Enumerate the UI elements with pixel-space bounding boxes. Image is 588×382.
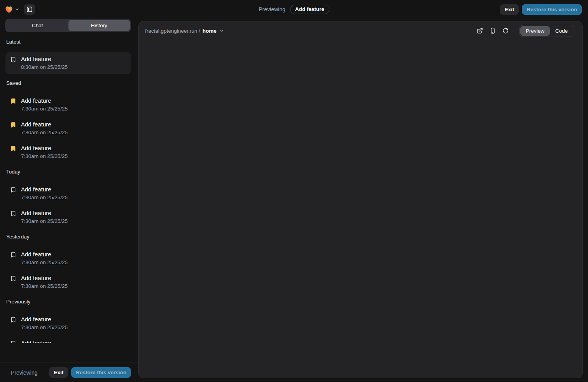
history-item-title: Add feature (21, 316, 68, 323)
history-item-time: 8:30am on 25/25/25 (21, 64, 68, 70)
external-link-icon (477, 28, 483, 34)
history-item-time: 7:30am on 25/25/25 (21, 195, 68, 201)
rotate-cw-icon (502, 28, 509, 34)
history-item[interactable]: Add feature 7:30am on 25/25/25 (5, 186, 131, 201)
history-item-title: Add feature (21, 186, 68, 193)
tab-history[interactable]: History (68, 20, 130, 31)
section-previously: Previously Add feature 7:30am on 25/25/2… (5, 298, 131, 343)
url-selector[interactable]: fractal.gptengineer.run / home (145, 28, 224, 34)
history-item-title: Add feature (21, 340, 68, 343)
section-title: Today (5, 168, 131, 175)
history-item-title: Add feature (21, 121, 68, 128)
bookmark-icon[interactable] (10, 275, 16, 282)
history-sidebar: Chat History Latest Add feature 8:30am o… (0, 19, 138, 382)
history-item[interactable]: Add feature 7:30am on 25/25/25 (5, 121, 131, 136)
bookmark-icon[interactable] (10, 340, 16, 343)
history-item-time: 7:30am on 25/25/25 (21, 324, 68, 331)
bookmark-filled-icon[interactable] (10, 98, 16, 104)
history-item[interactable]: Add feature 7:30am on 25/25/25 (5, 145, 131, 159)
tab-chat[interactable]: Chat (7, 20, 68, 31)
section-title: Previously (5, 298, 131, 305)
preview-panel: fractal.gptengineer.run / home (138, 21, 583, 378)
smartphone-icon (490, 28, 496, 34)
history-item[interactable]: Add feature 7:30am on 25/25/25 (5, 275, 131, 289)
tab-code[interactable]: Code (550, 26, 573, 36)
url-prefix: fractal.gptengineer.run / (145, 28, 200, 34)
section-saved: Saved Add feature 7:30am on 25/25/25 Add… (5, 80, 131, 159)
section-title: Saved (5, 80, 131, 86)
history-item-title: Add feature (21, 97, 68, 104)
version-badge: Add feature (290, 5, 329, 14)
bookmark-icon[interactable] (10, 56, 16, 63)
history-item[interactable]: Add feature 7:30am on 25/25/25 (5, 316, 131, 331)
exit-button[interactable]: Exit (500, 4, 519, 15)
history-item-title: Add feature (21, 210, 68, 217)
history-item[interactable]: Add feature 7:30am on 25/25/25 (5, 97, 131, 112)
section-latest: Latest Add feature 8:30am on 25/25/25 (5, 39, 131, 74)
section-title: Latest (5, 39, 131, 45)
chevron-down-icon (219, 28, 224, 33)
exit-button-footer[interactable]: Exit (49, 367, 68, 378)
bookmark-icon[interactable] (10, 210, 16, 217)
top-bar: Previewing Add feature Exit Restore this… (0, 0, 588, 19)
history-item[interactable]: Add feature 7:30am on 25/25/25 (5, 340, 131, 343)
history-item-time: 7:30am on 25/25/25 (21, 106, 68, 112)
section-yesterday: Yesterday Add feature 7:30am on 25/25/25… (5, 233, 131, 289)
bookmark-filled-icon[interactable] (10, 145, 16, 152)
restore-version-button-footer[interactable]: Restore this version (71, 367, 131, 378)
preview-content (139, 38, 582, 378)
history-item-title: Add feature (21, 145, 68, 152)
history-item-time: 7:30am on 25/25/25 (21, 218, 68, 224)
mobile-view-button[interactable] (488, 26, 497, 35)
bookmark-icon[interactable] (10, 187, 16, 193)
history-item-time: 7:30am on 25/25/25 (21, 153, 68, 159)
tab-preview[interactable]: Preview (520, 26, 550, 36)
open-external-button[interactable] (475, 26, 485, 35)
history-item-title: Add feature (21, 275, 68, 282)
bookmark-icon[interactable] (10, 252, 16, 258)
sidebar-tab-switcher: Chat History (5, 19, 131, 32)
previewing-status: Previewing (11, 370, 37, 376)
history-item[interactable]: Add feature 7:30am on 25/25/25 (5, 210, 131, 224)
history-item[interactable]: Add feature 8:30am on 25/25/25 (5, 52, 131, 74)
history-list: Latest Add feature 8:30am on 25/25/25 Sa… (5, 32, 131, 343)
refresh-button[interactable] (501, 26, 510, 35)
history-item-time: 7:30am on 25/25/25 (21, 130, 68, 136)
view-mode-toggle: Preview Code (519, 25, 574, 37)
history-item[interactable]: Add feature 7:30am on 25/25/25 (5, 251, 131, 266)
restore-version-button[interactable]: Restore this version (522, 4, 582, 15)
bookmark-filled-icon[interactable] (10, 122, 16, 128)
history-item-time: 7:30am on 25/25/25 (21, 283, 68, 289)
sidebar-footer: Previewing Exit Restore this version (0, 363, 138, 382)
previewing-label: Previewing (259, 6, 285, 12)
url-page: home (203, 28, 217, 34)
bookmark-icon[interactable] (10, 317, 16, 323)
history-item-title: Add feature (21, 56, 68, 63)
section-title: Yesterday (5, 233, 131, 240)
history-item-title: Add feature (21, 251, 68, 258)
history-item-time: 7:30am on 25/25/25 (21, 259, 68, 266)
preview-header: fractal.gptengineer.run / home (139, 21, 582, 38)
section-today: Today Add feature 7:30am on 25/25/25 Add… (5, 168, 131, 224)
